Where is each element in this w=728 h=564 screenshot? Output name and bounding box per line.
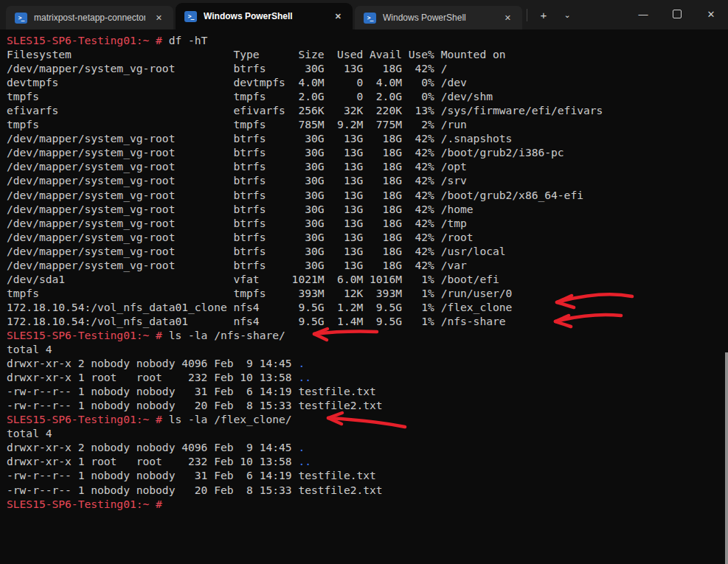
scrollbar-thumb[interactable] <box>725 352 728 564</box>
terminal-line: 172.18.10.54:/vol_nfs_data01 nfs4 9.5G 1… <box>7 314 728 328</box>
terminal-line: drwxr-xr-x 2 nobody nobody 4096 Feb 9 14… <box>7 356 728 370</box>
tab-windows-powershell[interactable]: >_ Windows PowerShell ✕ <box>355 6 522 29</box>
close-window-button[interactable]: ✕ <box>694 0 728 28</box>
tab-strip: >_ matrixpost-netapp-connector( ✕ >_ Win… <box>0 3 524 29</box>
window-controls: — ✕ <box>626 0 728 28</box>
terminal-line: total 4 <box>7 342 728 356</box>
terminal-line: SLES15-SP6-Testing01:~ # df -hT <box>7 33 728 47</box>
terminal-line: /dev/mapper/system_vg-root btrfs 30G 13G… <box>7 216 728 230</box>
terminal-line: /dev/mapper/system_vg-root btrfs 30G 13G… <box>7 159 728 173</box>
terminal-line: /dev/mapper/system_vg-root btrfs 30G 13G… <box>7 188 728 202</box>
terminal-line: /dev/mapper/system_vg-root btrfs 30G 13G… <box>7 202 728 216</box>
terminal[interactable]: SLES15-SP6-Testing01:~ # df -hTFilesyste… <box>0 29 728 564</box>
tab-title: matrixpost-netapp-connector( <box>34 13 145 23</box>
powershell-icon: >_ <box>184 11 197 22</box>
terminal-line: efivarfs efivarfs 256K 32K 220K 13% /sys… <box>7 103 728 117</box>
terminal-line: tmpfs tmpfs 785M 9.2M 775M 2% /run <box>7 117 728 131</box>
terminal-line: drwxr-xr-x 1 root root 232 Feb 10 13:58 … <box>7 454 728 468</box>
terminal-line: tmpfs tmpfs 2.0G 0 2.0G 0% /dev/shm <box>7 89 728 103</box>
titlebar: >_ matrixpost-netapp-connector( ✕ >_ Win… <box>0 0 728 29</box>
terminal-line: /dev/mapper/system_vg-root btrfs 30G 13G… <box>7 258 728 272</box>
maximize-icon <box>673 10 682 18</box>
tab-dropdown-button[interactable]: ⌄ <box>555 4 579 26</box>
new-tab-button[interactable]: + <box>532 4 555 26</box>
terminal-line: devtmpfs devtmpfs 4.0M 0 4.0M 0% /dev <box>7 75 728 89</box>
terminal-line: /dev/sda1 vfat 1021M 6.0M 1016M 1% /boot… <box>7 272 728 286</box>
terminal-line: drwxr-xr-x 2 nobody nobody 4096 Feb 9 14… <box>7 440 728 454</box>
terminal-line: drwxr-xr-x 1 root root 232 Feb 10 13:58 … <box>7 370 728 384</box>
close-tab-icon[interactable]: ✕ <box>331 11 345 22</box>
terminal-line: tmpfs tmpfs 393M 12K 393M 1% /run/user/0 <box>7 286 728 300</box>
minimize-button[interactable]: — <box>626 0 660 28</box>
close-tab-icon[interactable]: ✕ <box>152 13 166 24</box>
tab-title: Windows PowerShell <box>204 11 325 21</box>
terminal-line: Filesystem Type Size Used Avail Use% Mou… <box>7 47 728 61</box>
terminal-line: 172.18.10.54:/vol_nfs_data01_clone nfs4 … <box>7 300 728 314</box>
terminal-line: /dev/mapper/system_vg-root btrfs 30G 13G… <box>7 230 728 244</box>
maximize-button[interactable] <box>660 0 694 28</box>
terminal-line: SLES15-SP6-Testing01:~ # ls -la /nfs-sha… <box>7 328 728 342</box>
close-tab-icon[interactable]: ✕ <box>501 13 515 24</box>
tab-matrixpost-netapp-connector[interactable]: >_ matrixpost-netapp-connector( ✕ <box>6 6 173 29</box>
terminal-line: SLES15-SP6-Testing01:~ # ls -la /flex_cl… <box>7 412 728 426</box>
terminal-line: /dev/mapper/system_vg-root btrfs 30G 13G… <box>7 173 728 187</box>
terminal-line: -rw-r--r-- 1 nobody nobody 31 Feb 6 14:1… <box>7 468 728 482</box>
terminal-line: -rw-r--r-- 1 nobody nobody 20 Feb 8 15:3… <box>7 398 728 412</box>
tabbar-divider <box>527 9 527 21</box>
terminal-line: total 4 <box>7 426 728 440</box>
terminal-line: -rw-r--r-- 1 nobody nobody 31 Feb 6 14:1… <box>7 384 728 398</box>
terminal-line: /dev/mapper/system_vg-root btrfs 30G 13G… <box>7 145 728 159</box>
terminal-line: /dev/mapper/system_vg-root btrfs 30G 13G… <box>7 244 728 258</box>
terminal-line: /dev/mapper/system_vg-root btrfs 30G 13G… <box>7 131 728 145</box>
terminal-output: SLES15-SP6-Testing01:~ # df -hTFilesyste… <box>7 33 728 511</box>
terminal-line: -rw-r--r-- 1 nobody nobody 20 Feb 8 15:3… <box>7 483 728 497</box>
powershell-icon: >_ <box>15 13 27 24</box>
powershell-icon: >_ <box>364 13 376 24</box>
terminal-line: SLES15-SP6-Testing01:~ # <box>7 497 728 511</box>
terminal-line: /dev/mapper/system_vg-root btrfs 30G 13G… <box>7 61 728 75</box>
tab-windows-powershell-active[interactable]: >_ Windows PowerShell ✕ <box>176 3 353 29</box>
tab-title: Windows PowerShell <box>383 13 494 23</box>
